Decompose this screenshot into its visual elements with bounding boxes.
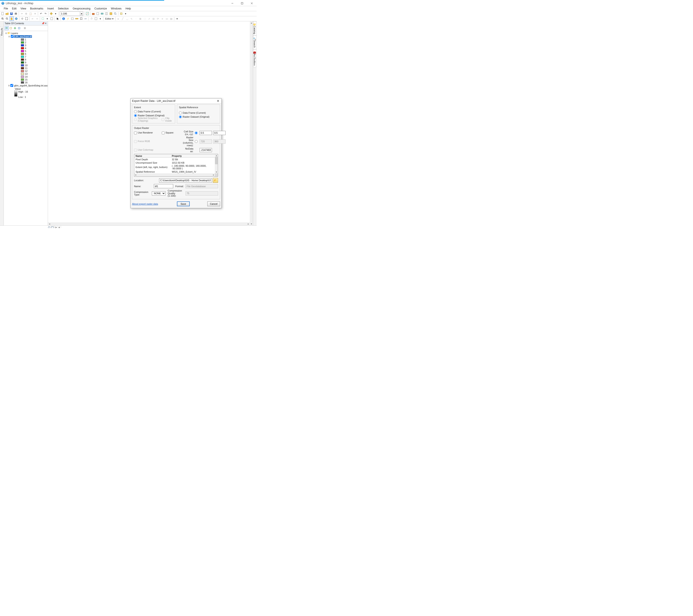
results-tab[interactable]: Results: [0, 21, 4, 225]
cellsize-cy-input[interactable]: [213, 131, 225, 135]
layer-lith-label[interactable]: Lith_asc2rast.tif: [14, 35, 32, 38]
spatial-dataframe-radio[interactable]: [179, 111, 182, 115]
pin-icon[interactable]: 📌: [42, 22, 44, 25]
hyperlink-icon[interactable]: ⚡: [66, 17, 70, 21]
print-icon[interactable]: [14, 12, 18, 16]
data-view-icon[interactable]: [47, 226, 51, 228]
new-icon[interactable]: [1, 12, 5, 16]
square-checkbox[interactable]: [162, 131, 165, 135]
cellsize-cx-input[interactable]: [200, 131, 212, 135]
browse-folder-icon[interactable]: 📂: [213, 178, 218, 183]
menu-bookmarks[interactable]: Bookmarks: [28, 6, 45, 11]
toolbar-options-icon[interactable]: ▾: [175, 17, 179, 21]
layers-root[interactable]: ⊟ 📁 Layers: [5, 32, 48, 35]
search-tab[interactable]: 🔍Search: [253, 36, 257, 49]
menu-selection[interactable]: Selection: [56, 6, 71, 11]
toc-tree[interactable]: ⊟ 📁 Layers ⊟ Lith_asc2rast.tif 123456789…: [4, 31, 48, 225]
modelbuilder-icon[interactable]: [100, 12, 104, 16]
list-by-visibility-icon[interactable]: [13, 26, 17, 30]
measure-icon[interactable]: [75, 17, 79, 21]
tool-extra-icon[interactable]: [119, 12, 123, 16]
chevron-down-icon[interactable]: ▾: [124, 12, 127, 16]
map-scale-input[interactable]: ▾: [60, 12, 83, 16]
vertical-scrollbar[interactable]: ▴▾: [250, 21, 253, 225]
editor-menu[interactable]: Editor ▾: [104, 17, 115, 21]
add-data-icon[interactable]: +: [49, 12, 53, 16]
props-hscrollbar[interactable]: ◂▸: [134, 173, 218, 177]
extent-raster-radio[interactable]: [134, 114, 137, 117]
zoom-out-icon[interactable]: [5, 17, 9, 21]
next-extent-icon[interactable]: →: [35, 17, 39, 21]
editor-toolbar-icon[interactable]: [85, 12, 90, 16]
full-extent-icon[interactable]: [14, 17, 18, 21]
undo-icon[interactable]: ↶: [39, 12, 43, 16]
close-button[interactable]: [247, 1, 257, 6]
layer-glim-label[interactable]: glim_wgs84_0point5deg.txt.asc: [14, 84, 48, 87]
pause-drawing-icon[interactable]: ⏸: [58, 226, 61, 228]
list-by-drawing-order-icon[interactable]: [5, 26, 8, 30]
menu-help[interactable]: Help: [123, 6, 133, 11]
search-window-icon[interactable]: [113, 12, 117, 16]
open-icon[interactable]: [5, 12, 9, 16]
prev-extent-icon[interactable]: ←: [31, 17, 35, 21]
save-button[interactable]: Save: [177, 202, 190, 206]
map-scale-field[interactable]: [60, 12, 80, 15]
layout-view-icon[interactable]: [51, 226, 54, 228]
menu-edit[interactable]: Edit: [10, 6, 19, 11]
save-icon[interactable]: [9, 12, 14, 16]
toolbox-icon[interactable]: [91, 12, 95, 16]
menu-insert[interactable]: Insert: [45, 6, 56, 11]
chevron-down-icon[interactable]: ▾: [45, 17, 49, 21]
catalog-tab[interactable]: 📁Catalog: [253, 21, 257, 36]
use-renderer-checkbox[interactable]: [134, 131, 137, 135]
redo-icon[interactable]: ↷: [43, 12, 47, 16]
python-icon[interactable]: [96, 12, 100, 16]
menu-view[interactable]: View: [19, 6, 28, 11]
extent-dataframe-radio[interactable]: [134, 110, 137, 113]
catalog-window-icon[interactable]: [109, 12, 113, 16]
minimize-button[interactable]: [227, 1, 237, 6]
spatial-raster-radio[interactable]: [179, 116, 182, 118]
fixed-zoom-in-icon[interactable]: [20, 17, 24, 21]
horizontal-scrollbar[interactable]: ◂▸: [48, 222, 250, 225]
map-canvas[interactable]: ▴▾ ◂▸ Export Raster Data - Lith_asc2rast…: [48, 21, 253, 225]
html-popup-icon[interactable]: [71, 17, 74, 21]
pan-icon[interactable]: ✋: [9, 17, 14, 21]
identify-icon[interactable]: i: [62, 17, 65, 21]
menu-customize[interactable]: Customize: [93, 6, 109, 11]
layer-lith-checkbox[interactable]: [11, 35, 14, 38]
name-input[interactable]: [154, 184, 173, 188]
zoom-in-icon[interactable]: [1, 17, 5, 21]
nodata-input[interactable]: [200, 148, 212, 152]
find-icon[interactable]: [79, 17, 83, 21]
close-panel-icon[interactable]: ✕: [44, 22, 47, 25]
list-by-selection-icon[interactable]: [17, 26, 21, 30]
findxy-icon[interactable]: XY: [84, 17, 87, 21]
chevron-down-icon[interactable]: ▾: [80, 12, 83, 15]
select-features-icon[interactable]: [41, 17, 45, 21]
chevron-down-icon[interactable]: ▾: [98, 17, 102, 21]
menu-windows[interactable]: Windows: [109, 6, 124, 11]
compression-type-select[interactable]: NONE: [152, 191, 165, 196]
layer-glim-checkbox[interactable]: [11, 84, 13, 87]
clear-selection-icon[interactable]: [50, 17, 54, 21]
dialog-close-icon[interactable]: ✕: [216, 99, 220, 103]
layer-glim[interactable]: ⊟ glim_wgs84_0point5deg.txt.asc: [8, 84, 48, 87]
time-slider-icon[interactable]: ⏱: [90, 17, 94, 21]
maximize-button[interactable]: [237, 1, 247, 6]
list-by-source-icon[interactable]: [9, 26, 13, 30]
menu-file[interactable]: File: [2, 6, 10, 11]
about-export-link[interactable]: About export raster data: [132, 203, 177, 205]
cancel-button[interactable]: Cancel: [207, 202, 220, 206]
props-vscrollbar[interactable]: ▴ ▾: [215, 154, 218, 173]
location-input[interactable]: [159, 178, 212, 183]
rastersize-radio[interactable]: [195, 140, 198, 143]
select-elements-icon[interactable]: [56, 17, 60, 21]
layer-lith[interactable]: ⊟ Lith_asc2rast.tif: [8, 35, 48, 38]
cellsize-radio[interactable]: [195, 131, 198, 135]
toc-options-icon[interactable]: [23, 26, 27, 30]
add-data-dropdown-icon[interactable]: ▾: [54, 12, 58, 16]
table-window-icon[interactable]: [104, 12, 108, 16]
arctoolbox-tab[interactable]: 🧰ArcToolbox: [253, 49, 257, 67]
viewer-window-icon[interactable]: [94, 17, 98, 21]
